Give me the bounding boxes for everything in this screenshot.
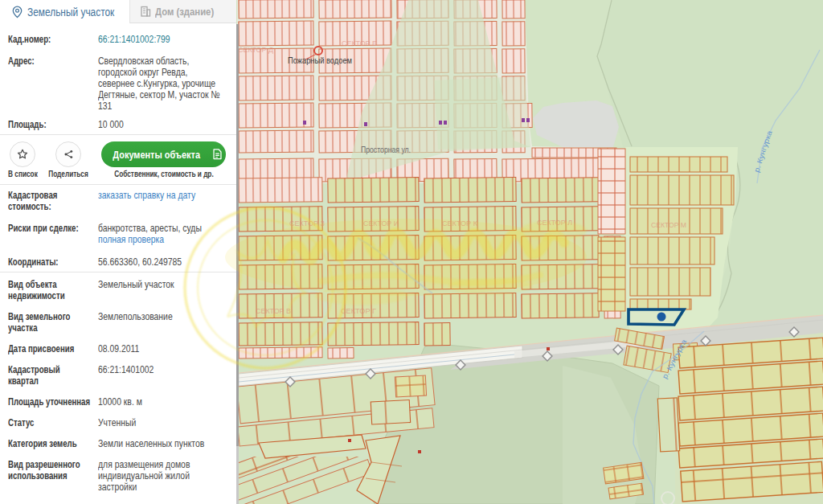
svg-text:СЕКТОР В: СЕКТОР В (256, 307, 291, 315)
svg-text:Просторная ул.: Просторная ул. (361, 145, 411, 154)
svg-text:СЕКТОР Д: СЕКТОР Д (238, 46, 273, 54)
svg-text:СЕКТОР К: СЕКТОР К (442, 219, 478, 227)
svg-text:СЕКТОР Е: СЕКТОР Е (342, 39, 377, 47)
svg-text:СЕКТОР Л: СЕКТОР Л (537, 219, 572, 227)
svg-text:СЕКТОР М: СЕКТОР М (651, 221, 686, 229)
svg-text:СЕКТОР Г: СЕКТОР Г (341, 307, 376, 315)
svg-text:Пожарный водоем: Пожарный водоем (288, 55, 352, 65)
svg-text:СЕКТОР З: СЕКТОР З (289, 219, 325, 227)
svg-text:СЕКТОР И: СЕКТОР И (363, 219, 399, 227)
